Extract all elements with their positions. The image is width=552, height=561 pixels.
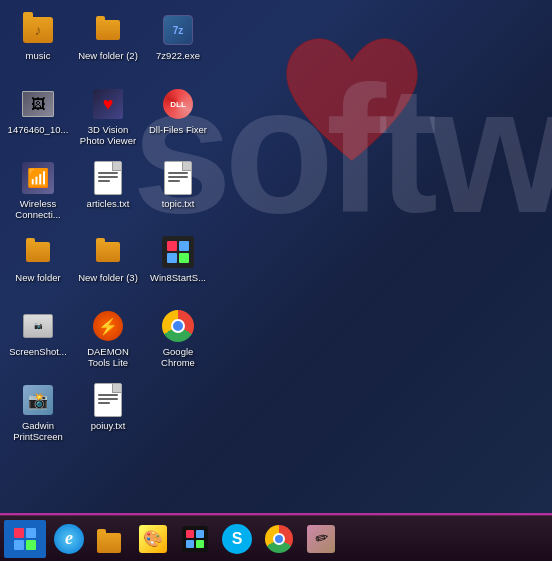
icon-label-articles: articles.txt (87, 198, 130, 209)
icon-music[interactable]: ♪ music (4, 8, 72, 80)
background-heart (272, 30, 432, 180)
icon-win8start[interactable]: Win8StartS... (144, 230, 212, 302)
icon-label-screenshot: ScreenShot... (9, 346, 67, 357)
icon-label-music: music (26, 50, 51, 61)
desktop-icons-area: ♪ music 🖼 1476460_10... 📶 Wireless Conne… (0, 0, 220, 510)
icon-gadwin[interactable]: 📸 Gadwin PrintScreen (4, 378, 72, 450)
icon-3d-vision[interactable]: ♥ 3D Vision Photo Viewer (74, 82, 142, 154)
icon-topic[interactable]: topic.txt (144, 156, 212, 228)
icon-label-wireless: Wireless Connecti... (6, 198, 70, 221)
icon-label-chrome-desktop: Google Chrome (146, 346, 210, 369)
icon-img1476[interactable]: 🖼 1476460_10... (4, 82, 72, 154)
icon-new-folder[interactable]: New folder (4, 230, 72, 302)
taskbar-quill-button[interactable]: ✏ (301, 520, 341, 558)
start-button[interactable] (4, 520, 46, 558)
icon-label-new-folder3: New folder (3) (78, 272, 138, 283)
icon-label-dll-fixer: Dll-Files Fixer (149, 124, 207, 135)
taskbar-chrome-button[interactable] (259, 520, 299, 558)
desktop: softw ♪ music 🖼 1476460_10... 📶 Wi (0, 0, 552, 561)
icon-label-new-folder: New folder (15, 272, 60, 283)
taskbar-paint-button[interactable]: 🎨 (133, 520, 173, 558)
taskbar-ie-button[interactable]: e (49, 520, 89, 558)
icon-daemon[interactable]: ⚡ DAEMON Tools Lite (74, 304, 142, 376)
icon-chrome-desktop[interactable]: Google Chrome (144, 304, 212, 376)
icon-new-folder3[interactable]: New folder (3) (74, 230, 142, 302)
icon-label-win8start: Win8StartS... (150, 272, 206, 283)
icon-label-new-folder2: New folder (2) (78, 50, 138, 61)
icon-new-folder2[interactable]: New folder (2) (74, 8, 142, 80)
taskbar-skype-button[interactable]: S (217, 520, 257, 558)
taskbar: e 🎨 S (0, 515, 552, 561)
icon-label-topic: topic.txt (162, 198, 195, 209)
icon-screenshot[interactable]: 📷 ScreenShot... (4, 304, 72, 376)
icon-label-7zip: 7z922.exe (156, 50, 200, 61)
icon-wireless[interactable]: 📶 Wireless Connecti... (4, 156, 72, 228)
icon-label-daemon: DAEMON Tools Lite (76, 346, 140, 369)
icon-label-img1476: 1476460_10... (8, 124, 69, 135)
taskbar-win8start-button[interactable] (175, 520, 215, 558)
icon-7zip[interactable]: 7z 7z922.exe (144, 8, 212, 80)
icon-articles[interactable]: articles.txt (74, 156, 142, 228)
icon-poiuy[interactable]: poiuy.txt (74, 378, 142, 450)
icon-label-poiuy: poiuy.txt (91, 420, 126, 431)
icon-dll-fixer[interactable]: DLL Dll-Files Fixer (144, 82, 212, 154)
icon-label-vision: 3D Vision Photo Viewer (76, 124, 140, 147)
taskbar-explorer-button[interactable] (91, 520, 131, 558)
icon-label-gadwin: Gadwin PrintScreen (6, 420, 70, 443)
